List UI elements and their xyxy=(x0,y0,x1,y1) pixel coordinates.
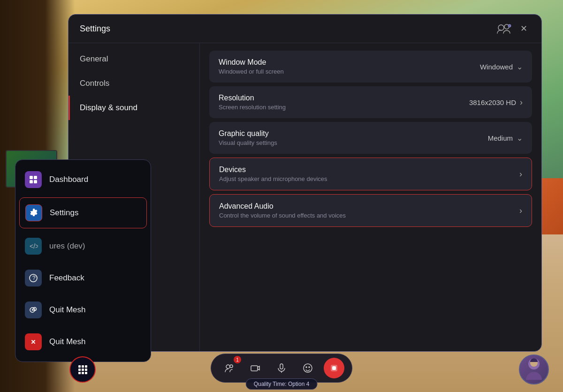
svg-rect-17 xyxy=(85,365,87,368)
menu-item-features[interactable]: </> ures (dev) xyxy=(15,230,151,262)
help-label: Feedback xyxy=(49,273,84,283)
nav-item-general[interactable]: General xyxy=(68,47,199,71)
chevron-right-icon: › xyxy=(520,98,523,107)
svg-rect-3 xyxy=(30,176,33,179)
close-button[interactable]: ✕ xyxy=(517,22,530,35)
svg-rect-20 xyxy=(85,369,87,371)
feedback-label: Quit Mesh xyxy=(49,305,85,315)
svg-rect-23 xyxy=(85,372,87,374)
feedback-icon xyxy=(25,302,42,318)
chevron-down-icon-2: ⌄ xyxy=(517,134,523,143)
features-icon: </> xyxy=(25,238,42,255)
advanced-audio-row[interactable]: Advanced Audio Control the volume of sou… xyxy=(209,194,532,227)
window-mode-title: Window Mode xyxy=(219,58,480,67)
people-badge: 1 xyxy=(234,356,241,363)
advanced-audio-subtitle: Control the volume of sound effects and … xyxy=(219,212,519,219)
resolution-title: Resolution xyxy=(219,94,469,102)
settings-content: Window Mode Windowed or full screen Wind… xyxy=(200,43,541,352)
svg-rect-16 xyxy=(82,365,84,368)
menu-item-dashboard[interactable]: Dashboard xyxy=(15,164,151,196)
settings-label: Settings xyxy=(50,208,78,218)
svg-rect-19 xyxy=(82,369,84,371)
svg-point-12 xyxy=(32,309,33,311)
svg-point-24 xyxy=(226,365,230,369)
window-mode-subtitle: Windowed or full screen xyxy=(219,68,480,75)
dashboard-icon xyxy=(25,171,42,188)
svg-rect-27 xyxy=(280,364,283,369)
svg-rect-6 xyxy=(34,180,37,183)
menu-item-help[interactable]: ? Feedback xyxy=(15,262,151,294)
menu-item-feedback[interactable]: Quit Mesh xyxy=(15,294,151,326)
window-mode-value: Windowed xyxy=(480,63,513,71)
svg-rect-21 xyxy=(78,372,81,374)
nav-item-display-sound[interactable]: Display & sound xyxy=(68,96,199,120)
menu-item-settings[interactable]: Settings xyxy=(19,197,147,228)
quality-badge-text: Quality Time: Option 4 xyxy=(254,381,310,387)
svg-rect-15 xyxy=(78,365,81,368)
svg-point-0 xyxy=(498,25,504,30)
share-button[interactable] xyxy=(324,358,344,378)
svg-rect-5 xyxy=(30,180,33,183)
settings-header: Settings ✕ xyxy=(68,15,541,43)
graphic-quality-subtitle: Visual quality settings xyxy=(219,139,488,146)
help-icon: ? xyxy=(25,270,42,286)
quit-label: Quit Mesh xyxy=(49,337,85,347)
svg-point-2 xyxy=(508,24,511,27)
avatar-button[interactable] xyxy=(519,354,549,384)
side-menu: Dashboard Settings </> ures (dev) ? Feed… xyxy=(15,159,151,362)
svg-rect-18 xyxy=(78,369,81,371)
multiuser-icon xyxy=(496,23,511,34)
emoji-button[interactable] xyxy=(297,358,318,378)
svg-point-13 xyxy=(34,309,35,309)
people-button[interactable]: 1 xyxy=(219,358,239,378)
svg-point-30 xyxy=(306,367,307,368)
svg-text:</>: </> xyxy=(30,242,38,250)
quit-icon xyxy=(25,333,42,350)
features-label: ures (dev) xyxy=(49,241,85,251)
window-mode-row[interactable]: Window Mode Windowed or full screen Wind… xyxy=(209,51,532,83)
graphic-quality-value: Medium xyxy=(488,134,513,142)
camera-button[interactable] xyxy=(245,358,266,378)
resolution-row[interactable]: Resolution Screen resolution setting 381… xyxy=(209,86,532,118)
menu-item-quit[interactable]: Quit Mesh xyxy=(15,326,151,358)
quality-badge: Quality Time: Option 4 xyxy=(246,378,318,390)
chevron-right-icon-3: › xyxy=(519,206,522,216)
chevron-right-icon-2: › xyxy=(519,169,522,179)
devices-title: Devices xyxy=(219,166,519,174)
graphic-quality-row[interactable]: Graphic quality Visual quality settings … xyxy=(209,122,532,154)
nav-item-controls[interactable]: Controls xyxy=(68,71,199,96)
svg-point-25 xyxy=(230,365,233,368)
chevron-down-icon: ⌄ xyxy=(517,62,523,71)
grid-menu-button[interactable] xyxy=(69,356,96,383)
svg-rect-22 xyxy=(82,372,84,374)
dashboard-label: Dashboard xyxy=(49,175,88,184)
svg-point-31 xyxy=(309,367,310,368)
settings-title: Settings xyxy=(80,24,110,34)
header-icons: ✕ xyxy=(496,22,530,35)
devices-subtitle: Adjust speaker and microphone devices xyxy=(219,175,519,182)
svg-text:?: ? xyxy=(32,275,36,281)
resolution-subtitle: Screen resolution setting xyxy=(219,104,469,111)
svg-rect-26 xyxy=(251,366,258,371)
svg-rect-4 xyxy=(34,176,37,179)
advanced-audio-title: Advanced Audio xyxy=(219,202,519,211)
mic-button[interactable] xyxy=(271,358,292,378)
resolution-value: 3816x2030 HD xyxy=(469,98,516,106)
svg-rect-33 xyxy=(332,366,336,370)
settings-icon xyxy=(25,204,42,221)
graphic-quality-title: Graphic quality xyxy=(219,129,488,138)
devices-row[interactable]: Devices Adjust speaker and microphone de… xyxy=(209,158,532,190)
